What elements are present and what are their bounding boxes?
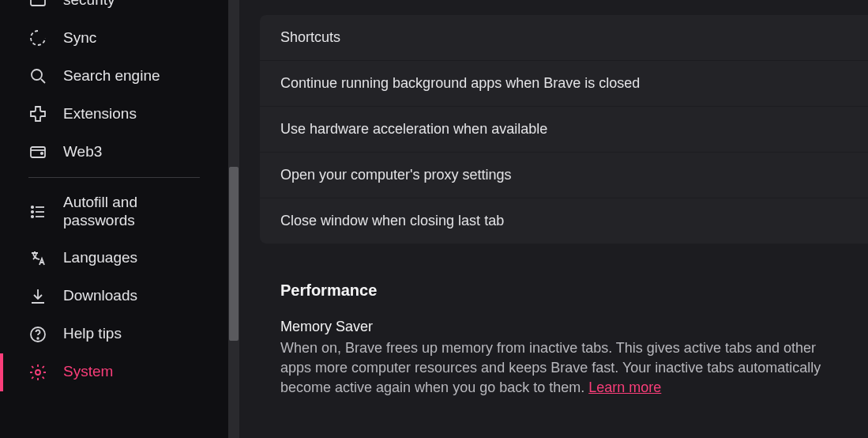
- search-icon: [28, 66, 47, 85]
- shield-icon: [28, 0, 47, 9]
- memory-saver-section: Memory Saver When on, Brave frees up mem…: [260, 309, 868, 414]
- learn-more-link[interactable]: Learn more: [588, 379, 661, 395]
- sidebar-item-label: Autofill and passwords: [63, 194, 212, 230]
- row-close-window-last-tab[interactable]: Close window when closing last tab: [260, 198, 868, 244]
- sidebar-item-help-tips[interactable]: Help tips: [0, 315, 228, 353]
- row-proxy-settings[interactable]: Open your computer's proxy settings: [260, 153, 868, 198]
- sidebar-item-label: Extensions: [63, 105, 212, 123]
- translate-icon: [28, 249, 47, 268]
- memory-saver-description: When on, Brave frees up memory from inac…: [280, 338, 847, 398]
- sync-icon: [28, 28, 47, 47]
- svg-point-7: [32, 211, 33, 213]
- sidebar-item-downloads[interactable]: Downloads: [0, 278, 228, 315]
- sidebar: security Sync Search engine Extensions W…: [0, 0, 228, 438]
- sidebar-item-label: Downloads: [63, 287, 212, 305]
- sidebar-item-security[interactable]: security: [0, 0, 228, 19]
- svg-point-12: [37, 338, 39, 339]
- sidebar-item-languages[interactable]: Languages: [0, 240, 228, 278]
- sidebar-item-search-engine[interactable]: Search engine: [0, 57, 228, 95]
- puzzle-icon: [28, 104, 47, 123]
- sidebar-item-label: System: [63, 363, 212, 381]
- sidebar-item-label: Web3: [63, 143, 212, 161]
- sidebar-item-label: Search engine: [63, 67, 212, 85]
- settings-panel: Shortcuts Continue running background ap…: [260, 15, 868, 244]
- svg-point-1: [32, 70, 42, 80]
- sidebar-item-system[interactable]: System: [0, 353, 228, 391]
- row-background-apps[interactable]: Continue running background apps when Br…: [260, 61, 868, 107]
- download-icon: [28, 287, 47, 306]
- sidebar-item-label: Languages: [63, 249, 212, 267]
- help-icon: [28, 325, 47, 344]
- sidebar-item-autofill[interactable]: Autofill and passwords: [0, 184, 228, 240]
- sidebar-item-label: Help tips: [63, 325, 212, 343]
- sidebar-item-web3[interactable]: Web3: [0, 133, 228, 171]
- svg-point-13: [36, 370, 40, 375]
- sidebar-item-extensions[interactable]: Extensions: [0, 95, 228, 133]
- svg-point-5: [32, 206, 33, 208]
- sidebar-item-sync[interactable]: Sync: [0, 19, 228, 57]
- memory-saver-text: When on, Brave frees up memory from inac…: [280, 340, 821, 395]
- performance-heading: Performance: [260, 267, 868, 309]
- svg-line-2: [41, 79, 45, 83]
- svg-point-4: [41, 153, 43, 154]
- sidebar-divider: [28, 177, 200, 178]
- wallet-icon: [28, 142, 47, 161]
- sidebar-item-label: security: [63, 0, 212, 9]
- sidebar-item-label: Sync: [63, 29, 212, 47]
- list-icon: [28, 202, 47, 221]
- svg-point-9: [32, 216, 33, 217]
- row-hardware-acceleration[interactable]: Use hardware acceleration when available: [260, 107, 868, 153]
- svg-rect-0: [31, 0, 45, 6]
- gear-icon: [28, 363, 47, 382]
- sidebar-scrollbar-thumb[interactable]: [229, 167, 239, 341]
- row-shortcuts[interactable]: Shortcuts: [260, 15, 868, 61]
- memory-saver-title: Memory Saver: [280, 319, 847, 335]
- main-content: Shortcuts Continue running background ap…: [228, 0, 868, 438]
